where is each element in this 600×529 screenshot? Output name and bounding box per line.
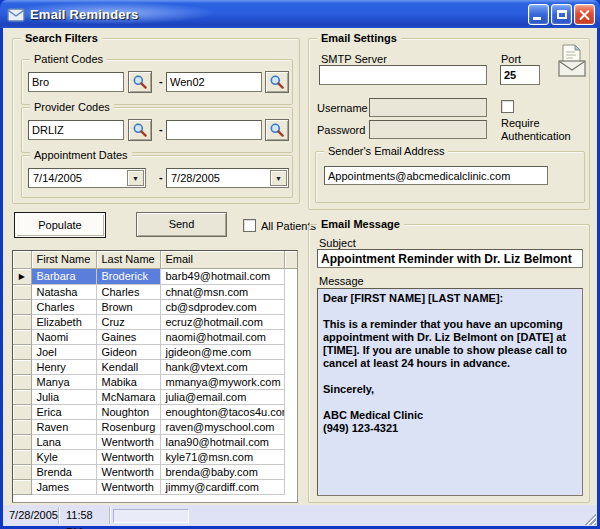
table-row[interactable]: JuliaMcNamarajulia@email.com	[13, 389, 298, 404]
table-row[interactable]: CharlesBrowncb@sdprodev.com	[13, 299, 298, 314]
cell-email[interactable]: jgideon@me.com	[160, 344, 284, 359]
cell-email[interactable]: barb49@hotmail.com	[160, 268, 284, 284]
patient-code-from-input[interactable]	[28, 72, 124, 92]
minimize-button[interactable]	[528, 4, 549, 25]
row-selector[interactable]	[13, 284, 31, 299]
cell-last-name[interactable]: Wentworth	[96, 434, 160, 449]
close-button[interactable]	[574, 4, 595, 25]
table-row[interactable]: HenryKendallhank@vtext.com	[13, 359, 298, 374]
cell-email[interactable]: mmanya@mywork.com	[160, 374, 284, 389]
cell-email[interactable]: ecruz@hotmail.com	[160, 314, 284, 329]
cell-first-name[interactable]: Julia	[31, 389, 96, 404]
require-authentication-checkbox[interactable]	[501, 100, 514, 113]
cell-last-name[interactable]: Cruz	[96, 314, 160, 329]
sender-email-input[interactable]	[324, 166, 548, 185]
chevron-down-icon[interactable]: ▼	[127, 170, 144, 186]
cell-first-name[interactable]: Charles	[31, 299, 96, 314]
patient-grid[interactable]: First Name Last Name Email ▶BarbaraBrode…	[12, 250, 298, 503]
table-row[interactable]: LanaWentworthlana90@hotmail.com	[13, 434, 298, 449]
cell-first-name[interactable]: Brenda	[31, 464, 96, 479]
cell-first-name[interactable]: Raven	[31, 419, 96, 434]
cell-first-name[interactable]: Barbara	[31, 268, 96, 284]
cell-last-name[interactable]: Gaines	[96, 329, 160, 344]
password-input[interactable]	[369, 120, 487, 139]
patient-code-to-search-button[interactable]	[265, 71, 289, 93]
cell-email[interactable]: kyle71@msn.com	[160, 449, 284, 464]
table-row[interactable]: ManyaMabikammanya@mywork.com	[13, 374, 298, 389]
cell-last-name[interactable]: Charles	[96, 284, 160, 299]
patient-code-from-search-button[interactable]	[128, 71, 152, 93]
patient-code-to-input[interactable]	[166, 72, 262, 92]
appointment-date-to-combobox[interactable]: 7/28/2005 ▼	[166, 168, 289, 188]
table-row[interactable]: NaomiGainesnaomi@hotmail.com	[13, 329, 298, 344]
port-input[interactable]	[500, 65, 540, 85]
cell-first-name[interactable]: Lana	[31, 434, 96, 449]
provider-code-to-search-button[interactable]	[265, 119, 289, 141]
cell-first-name[interactable]: Manya	[31, 374, 96, 389]
resize-grip-icon[interactable]	[583, 512, 596, 525]
smtp-server-input[interactable]	[319, 65, 487, 85]
table-row[interactable]: RavenRosenburgraven@myschool.com	[13, 419, 298, 434]
provider-code-from-input[interactable]	[28, 120, 124, 140]
cell-last-name[interactable]: Kendall	[96, 359, 160, 374]
current-row-marker[interactable]: ▶	[13, 268, 31, 284]
cell-email[interactable]: naomi@hotmail.com	[160, 329, 284, 344]
row-selector[interactable]	[13, 314, 31, 329]
cell-first-name[interactable]: Natasha	[31, 284, 96, 299]
cell-first-name[interactable]: James	[31, 479, 96, 494]
cell-email[interactable]: enoughton@tacos4u.com	[160, 404, 284, 419]
row-selector[interactable]	[13, 419, 31, 434]
username-input[interactable]	[369, 98, 487, 117]
cell-last-name[interactable]: Noughton	[96, 404, 160, 419]
cell-email[interactable]: chnat@msn.com	[160, 284, 284, 299]
table-row[interactable]: JoelGideonjgideon@me.com	[13, 344, 298, 359]
column-header-first-name[interactable]: First Name	[31, 251, 96, 268]
row-selector[interactable]	[13, 434, 31, 449]
table-row[interactable]: JamesWentworthjimmy@cardiff.com	[13, 479, 298, 494]
cell-last-name[interactable]: Wentworth	[96, 449, 160, 464]
cell-last-name[interactable]: McNamara	[96, 389, 160, 404]
cell-last-name[interactable]: Mabika	[96, 374, 160, 389]
column-header-email[interactable]: Email	[160, 251, 284, 268]
subject-input[interactable]	[317, 249, 583, 268]
cell-first-name[interactable]: Naomi	[31, 329, 96, 344]
table-row[interactable]: ElizabethCruzecruz@hotmail.com	[13, 314, 298, 329]
row-selector[interactable]	[13, 404, 31, 419]
row-selector[interactable]	[13, 299, 31, 314]
table-row[interactable]: KyleWentworthkyle71@msn.com	[13, 449, 298, 464]
row-selector[interactable]	[13, 449, 31, 464]
cell-first-name[interactable]: Kyle	[31, 449, 96, 464]
cell-first-name[interactable]: Elizabeth	[31, 314, 96, 329]
row-selector[interactable]	[13, 389, 31, 404]
cell-first-name[interactable]: Henry	[31, 359, 96, 374]
cell-last-name[interactable]: Wentworth	[96, 479, 160, 494]
cell-last-name[interactable]: Brown	[96, 299, 160, 314]
table-row[interactable]: ▶BarbaraBroderickbarb49@hotmail.com	[13, 268, 298, 284]
chevron-down-icon[interactable]: ▼	[270, 170, 287, 186]
cell-first-name[interactable]: Erica	[31, 404, 96, 419]
maximize-button[interactable]	[551, 4, 572, 25]
row-selector[interactable]	[13, 479, 31, 494]
table-row[interactable]: EricaNoughtonenoughton@tacos4u.com	[13, 404, 298, 419]
row-selector[interactable]	[13, 464, 31, 479]
cell-email[interactable]: brenda@baby.com	[160, 464, 284, 479]
column-header-last-name[interactable]: Last Name	[96, 251, 160, 268]
cell-last-name[interactable]: Rosenburg	[96, 419, 160, 434]
row-selector[interactable]	[13, 359, 31, 374]
provider-code-from-search-button[interactable]	[128, 119, 152, 141]
cell-last-name[interactable]: Gideon	[96, 344, 160, 359]
cell-email[interactable]: cb@sdprodev.com	[160, 299, 284, 314]
appointment-date-from-combobox[interactable]: 7/14/2005 ▼	[28, 168, 146, 188]
row-selector[interactable]	[13, 344, 31, 359]
titlebar[interactable]: Email Reminders	[0, 0, 600, 28]
table-row[interactable]: NatashaCharleschnat@msn.com	[13, 284, 298, 299]
provider-code-to-input[interactable]	[166, 120, 262, 140]
message-textarea[interactable]: Dear [FIRST NAME] [LAST NAME]: This is a…	[317, 288, 583, 496]
cell-email[interactable]: lana90@hotmail.com	[160, 434, 284, 449]
cell-email[interactable]: raven@myschool.com	[160, 419, 284, 434]
cell-email[interactable]: julia@email.com	[160, 389, 284, 404]
require-authentication-label[interactable]: Require Authentication	[501, 117, 593, 143]
all-patients-checkbox[interactable]	[243, 219, 256, 232]
cell-last-name[interactable]: Wentworth	[96, 464, 160, 479]
row-selector[interactable]	[13, 374, 31, 389]
